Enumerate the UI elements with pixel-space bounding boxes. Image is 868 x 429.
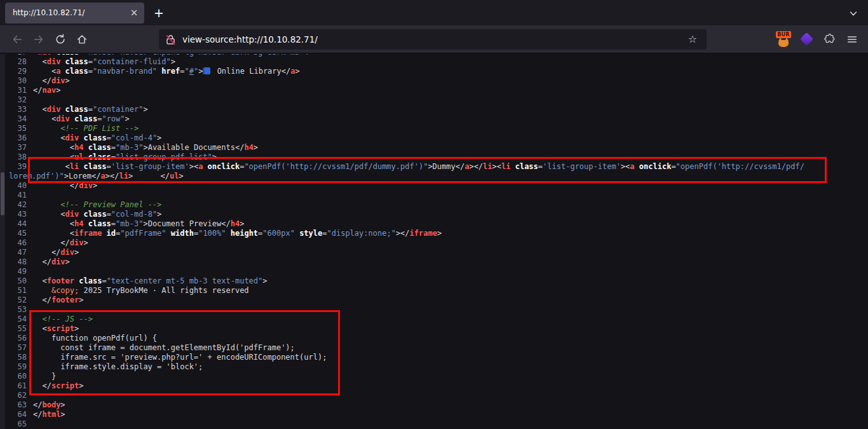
back-button[interactable] xyxy=(6,29,28,50)
source-line-text: <div class="col-md-8"> xyxy=(27,210,161,219)
line-number: 62 xyxy=(5,391,27,400)
source-line-text: </html> xyxy=(27,410,65,419)
source-line-text: &copy; 2025 TryBookMe · All rights reser… xyxy=(27,286,249,296)
url-text[interactable]: view-source:http://10.10.82.71/ xyxy=(182,34,685,44)
hamburger-menu-icon xyxy=(846,34,858,45)
tab-bar: http://10.10.82.71/ × + xyxy=(0,0,868,25)
line-number: 44 xyxy=(5,219,27,229)
source-line-31: 31</nav> xyxy=(5,86,868,95)
source-line-45: 45 <iframe id="pdfFrame" width="100%" he… xyxy=(5,229,868,238)
line-number: 34 xyxy=(5,114,27,124)
source-line-text: </body> xyxy=(27,400,65,410)
source-line-41: 41 xyxy=(5,191,868,200)
source-line-42: 42 <!-- Preview Panel --> xyxy=(5,200,868,210)
source-line-32: 32 xyxy=(5,95,868,105)
line-number: 40 xyxy=(5,181,27,191)
annotation-box-pdf-list-line xyxy=(28,157,827,183)
extension-button[interactable] xyxy=(797,30,816,49)
href-anchor-link[interactable]: # xyxy=(189,67,194,76)
source-line-46: 46 </div> xyxy=(5,238,868,248)
source-line-text: <div class="row"> xyxy=(27,114,130,124)
line-number: 31 xyxy=(5,86,27,95)
home-icon xyxy=(76,34,88,45)
line-number: 35 xyxy=(5,124,27,133)
line-number: 46 xyxy=(5,238,27,248)
source-line-text: <!-- Preview Panel --> xyxy=(27,200,161,210)
new-tab-button[interactable]: + xyxy=(149,3,168,22)
source-line-65: 65 xyxy=(5,419,868,429)
line-number: 54 xyxy=(5,315,27,324)
book-emoji-icon xyxy=(203,67,210,74)
forward-arrow-icon xyxy=(33,34,44,45)
reload-icon xyxy=(55,34,66,45)
source-line-37: 37 <h4 class="mb-3">Available Documents<… xyxy=(5,143,868,153)
source-line-text: </footer> xyxy=(27,296,84,305)
line-number: 42 xyxy=(5,200,27,210)
tab-close-icon[interactable]: × xyxy=(128,6,140,19)
source-line-text: <div class="col-md-4"> xyxy=(27,133,161,143)
source-line-28: 28 <div class="container-fluid"> xyxy=(5,57,868,67)
line-number: 41 xyxy=(5,191,27,200)
home-button[interactable] xyxy=(71,29,93,50)
source-line-text xyxy=(27,419,33,429)
source-line-text: <h4 class="mb-3">Available Documents</h4… xyxy=(27,143,258,153)
url-bar[interactable]: view-source:http://10.10.82.71/ ☆ xyxy=(159,29,707,50)
source-line-52: 52 </footer> xyxy=(5,296,868,305)
line-number: 55 xyxy=(5,324,27,334)
line-number: 45 xyxy=(5,229,27,238)
line-number: 53 xyxy=(5,305,27,315)
proxy-badge: BUR xyxy=(776,31,791,38)
line-number: 59 xyxy=(5,362,27,372)
source-line-49: 49 xyxy=(5,267,868,276)
source-line-33: 33 <div class="container"> xyxy=(5,105,868,114)
line-number: 52 xyxy=(5,296,27,305)
line-number: 61 xyxy=(5,381,27,391)
line-number: 48 xyxy=(5,257,27,267)
line-number: 64 xyxy=(5,410,27,419)
source-line-text: <!-- PDF List --> xyxy=(27,124,139,133)
reload-button[interactable] xyxy=(50,29,71,50)
left-scrollbar[interactable] xyxy=(0,54,5,429)
source-line-text: <div class="container"> xyxy=(27,105,148,114)
browser-tab[interactable]: http://10.10.82.71/ × xyxy=(5,3,144,24)
puzzle-piece-icon xyxy=(823,33,836,46)
source-line-44: 44 <h4 class="mb-3">Document Preview</h4… xyxy=(5,219,868,229)
source-line-29: 29 <a class="navbar-brand" href="#"> Onl… xyxy=(5,67,868,76)
source-line-text: </div> xyxy=(27,238,88,248)
source-line-63: 63</body> xyxy=(5,400,868,410)
source-line-text: <iframe id="pdfFrame" width="100%" heigh… xyxy=(27,229,442,238)
source-line-51: 51 &copy; 2025 TryBookMe · All rights re… xyxy=(5,286,868,296)
scrollbar-thumb[interactable] xyxy=(1,172,4,215)
line-number: 29 xyxy=(5,67,27,76)
source-line-text: </div> xyxy=(27,248,79,257)
line-number: 50 xyxy=(5,276,27,286)
source-line-text: <a class="navbar-brand" href="#"> Online… xyxy=(27,67,300,76)
extensions-menu-button[interactable] xyxy=(820,30,839,49)
navigation-toolbar: view-source:http://10.10.82.71/ ☆ BUR xyxy=(0,25,868,53)
source-line-36: 36 <div class="col-md-4"> xyxy=(5,133,868,143)
browser-window: http://10.10.82.71/ × + view-source:ht xyxy=(0,0,868,429)
line-number: 60 xyxy=(5,372,27,381)
forward-button[interactable] xyxy=(28,29,50,50)
menu-button[interactable] xyxy=(843,30,862,49)
line-number: 63 xyxy=(5,400,27,410)
back-arrow-icon xyxy=(11,34,23,45)
source-line-text: <footer class="text-center mt-5 mb-3 tex… xyxy=(27,276,268,286)
line-number: 38 xyxy=(5,153,27,162)
source-line-50: 50 <footer class="text-center mt-5 mb-3 … xyxy=(5,276,868,286)
line-number: 30 xyxy=(5,76,27,86)
line-number: 39 xyxy=(5,162,27,172)
line-number: 58 xyxy=(5,353,27,362)
source-line-text: <div class="container-fluid"> xyxy=(27,57,175,67)
foxyproxy-extension-button[interactable]: BUR xyxy=(774,30,793,49)
line-number: 37 xyxy=(5,143,27,153)
list-all-tabs-button[interactable] xyxy=(845,5,862,22)
source-line-30: 30 </div> xyxy=(5,76,868,86)
source-line-35: 35 <!-- PDF List --> xyxy=(5,124,868,133)
line-number: 65 xyxy=(5,419,27,429)
source-line-text xyxy=(27,95,33,105)
source-line-47: 47 </div> xyxy=(5,248,868,257)
line-number: 28 xyxy=(5,57,27,67)
view-source-content: 27<nav class="navbar navbar-expand-lg na… xyxy=(0,54,868,429)
bookmark-star-icon[interactable]: ☆ xyxy=(685,32,700,47)
